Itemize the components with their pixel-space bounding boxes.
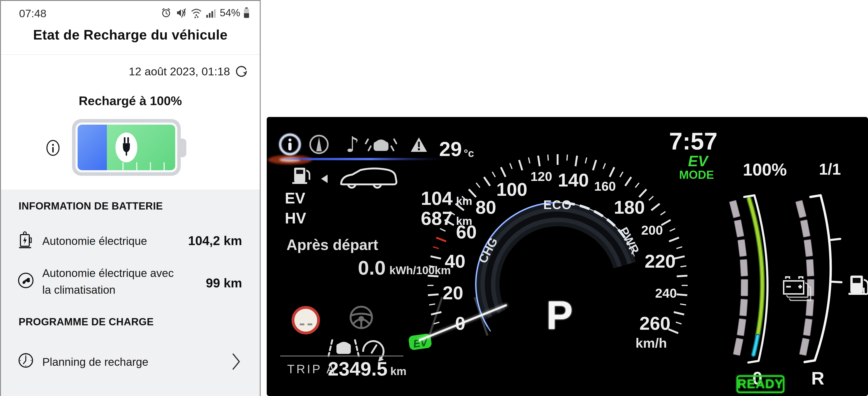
info-icon[interactable]: [46, 140, 60, 157]
header-divider: [1, 54, 260, 55]
speed-tick: [677, 276, 687, 276]
speed-tick: [677, 294, 687, 295]
ev-range-value: 104: [421, 188, 453, 209]
vehicle-row: [292, 168, 396, 188]
charging-app-panel: 07:48: [0, 0, 261, 396]
speed-unit-label: km/h: [636, 335, 667, 350]
battery-tick: [150, 162, 151, 170]
battery-info-header: INFORMATION DE BATTERIE: [19, 200, 163, 212]
speed-label-100: 100: [496, 179, 527, 200]
speed-tick: [433, 247, 439, 249]
status-icons: 54%: [160, 7, 250, 19]
speed-tick: [676, 322, 682, 324]
speed-tick: [635, 183, 639, 188]
outside-temp-unit: °c: [464, 147, 474, 159]
status-battery-icon: [244, 7, 250, 19]
ev-range-label: Autonomie électrique: [42, 235, 147, 247]
speed-tick: [674, 312, 684, 315]
alarm-clock-icon: [160, 7, 172, 19]
speed-tick: [681, 266, 686, 267]
speed-label-120: 120: [530, 169, 552, 184]
consumption-unit: kWh/100km: [390, 264, 451, 277]
fuel-gauge-ticks: [831, 239, 841, 282]
climate-fan-icon: [17, 272, 34, 290]
speedometer: 020406080100120140160180200220240260 ECO…: [420, 154, 688, 350]
climate-range-label-line1: Autonomie électrique avec: [42, 265, 174, 282]
battery-terminal-nub: [180, 139, 186, 157]
speed-tick: [431, 312, 441, 315]
right-gauges: 100% 1/1: [729, 160, 868, 392]
speed-tick: [669, 238, 679, 242]
climate-range-label-line2: la climatisation: [42, 282, 174, 298]
speed-tick: [625, 177, 631, 186]
ev-mode-line2: MODE: [679, 168, 714, 181]
speed-tick: [436, 238, 446, 242]
chevron-right-icon[interactable]: [231, 352, 241, 372]
ev-mode-line1: EV: [688, 153, 709, 170]
charge-schedule-label[interactable]: Planning de recharge: [42, 356, 148, 368]
speed-tick: [428, 294, 439, 295]
gauge-segment: [734, 220, 744, 237]
speed-tick: [620, 172, 623, 177]
speed-label-20: 20: [443, 283, 463, 303]
cluster-tab-bar: ♪: [268, 132, 443, 164]
gauge-segment: [804, 239, 813, 257]
speed-label-160: 160: [594, 179, 616, 194]
outside-temp-value: 29: [439, 137, 462, 161]
speed-tick: [670, 229, 675, 231]
fuel-gauge-tick: [831, 239, 840, 240]
tab-warning-icon: [411, 137, 427, 152]
vehicle-outline-icon: [341, 168, 396, 188]
screenshot-root: 07:48: [0, 0, 868, 396]
speed-label-60: 60: [456, 222, 477, 242]
speed-tick: [501, 167, 505, 177]
fuel-gauge-top-label: 1/1: [819, 160, 841, 178]
battery-fill: [78, 125, 175, 170]
speed-tick: [603, 163, 606, 169]
ev-range-value: 104,2 km: [188, 233, 242, 248]
trip-unit: km: [390, 365, 406, 377]
fuel-pump-icon: [292, 168, 309, 184]
eco-zone-label: ECO: [543, 198, 572, 211]
tab-info-icon: [280, 135, 300, 154]
speed-tick: [431, 256, 441, 259]
gauge-segment: [800, 220, 810, 237]
tab-audio-icon: ♪: [346, 132, 360, 157]
signal-bars-icon: [206, 7, 217, 19]
battery-tick: [122, 162, 124, 170]
speed-limit-sign-icon: [293, 307, 318, 333]
consumption-block: Après départ 0.0 kWh/100km: [286, 236, 451, 279]
gauge-segment: [740, 259, 748, 276]
wifi-data-icon: [190, 7, 203, 19]
sync-row: 12 août 2023, 01:18: [129, 64, 249, 79]
speed-tick: [548, 154, 548, 161]
trip-block: TRIP A 2349.5 km: [280, 356, 406, 380]
lane-keep-icon: [329, 340, 359, 356]
speed-tick: [538, 155, 540, 166]
gauge-segment: [803, 318, 812, 336]
battery-illustration: [72, 119, 181, 176]
consumption-label: Après départ: [286, 236, 378, 253]
speed-label-260: 260: [640, 313, 670, 334]
hv-range-value: 687: [421, 208, 453, 229]
tab-drive-assist-icon: [366, 139, 396, 151]
fuel-gauge-tick: [832, 282, 841, 282]
speed-tick: [585, 158, 587, 163]
speed-label-140: 140: [558, 170, 589, 191]
speed-label-220: 220: [645, 251, 676, 272]
speed-tick: [576, 155, 577, 166]
gauge-segment: [738, 239, 747, 257]
refresh-icon[interactable]: [235, 64, 249, 79]
speed-tick: [519, 160, 522, 170]
speed-tick: [651, 204, 660, 210]
speed-tick: [593, 160, 596, 170]
gear-indicator: P: [546, 293, 573, 337]
gauge-segment: [806, 259, 814, 276]
battery-fill-blue: [78, 125, 107, 170]
steering-assist-icon: [350, 307, 372, 328]
battery-tick: [136, 162, 137, 170]
consumption-value: 0.0: [358, 256, 386, 279]
ready-badge: READY: [737, 376, 784, 392]
gauge-segment: [796, 200, 806, 218]
climate-range-value: 99 km: [206, 276, 242, 290]
